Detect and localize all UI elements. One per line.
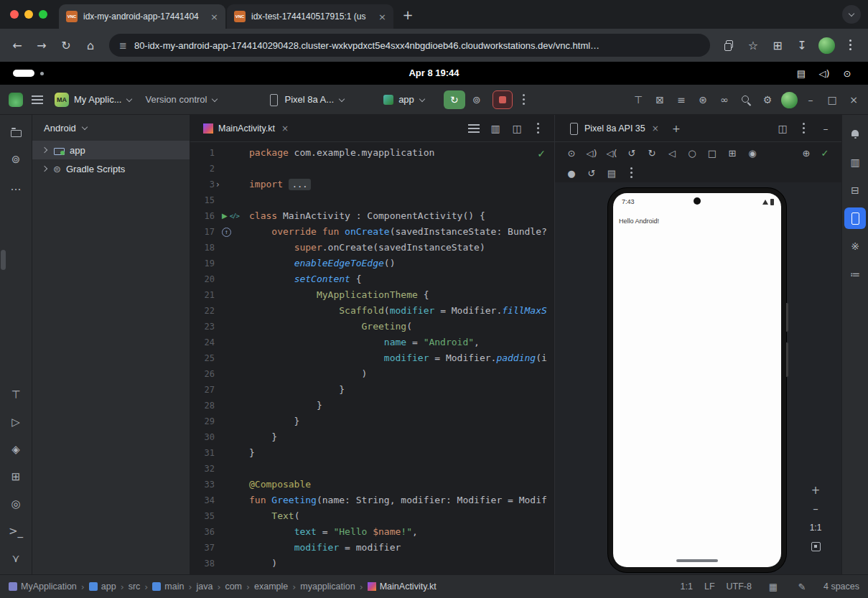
new-device-tab-button[interactable]: + xyxy=(666,118,686,139)
version-control-selector[interactable]: Version control xyxy=(139,89,223,111)
window-close-icon[interactable]: × xyxy=(844,90,864,110)
browser-menu-icon[interactable] xyxy=(839,34,862,57)
editor-more-icon[interactable] xyxy=(528,118,549,139)
code-line[interactable]: 1package com.example.myapplication xyxy=(190,145,554,161)
terminal-icon[interactable]: >_ xyxy=(4,520,27,543)
breadcrumb-item[interactable]: MyApplication xyxy=(9,581,77,592)
screen-reader-icon[interactable]: ▦ xyxy=(763,576,783,597)
chevron-right-icon[interactable] xyxy=(42,166,48,172)
run-button[interactable]: ↻ xyxy=(444,90,465,109)
home-icon[interactable]: ⌂ xyxy=(79,34,102,57)
split-editor-icon[interactable]: ▥ xyxy=(485,118,505,139)
bookmark-star-icon[interactable]: ☆ xyxy=(742,34,765,57)
deep-links-icon[interactable]: ∞ xyxy=(714,90,734,110)
zoom-traffic-light[interactable] xyxy=(39,10,47,19)
url-bar[interactable]: ≣ 80-idx-my-android-app-1744140290428.cl… xyxy=(109,34,710,57)
code-line[interactable]: 35 Text( xyxy=(190,508,554,524)
code-line[interactable]: 33@Composable xyxy=(190,477,554,492)
breadcrumb-item[interactable]: main xyxy=(152,581,184,592)
code-line[interactable]: 21 MyApplicationTheme { xyxy=(190,287,554,303)
code-line[interactable]: 24 name = "Android", xyxy=(190,335,554,350)
code-line[interactable]: 26 ) xyxy=(190,366,554,382)
tab-close-button[interactable]: × xyxy=(378,11,386,22)
back-icon[interactable]: ← xyxy=(6,34,29,57)
toolbar-more-icon[interactable] xyxy=(514,90,534,110)
project-selector[interactable]: MA My Applic... xyxy=(49,89,138,111)
structure-icon[interactable]: ≔ xyxy=(844,263,866,285)
code-area[interactable]: ✓ 1package com.example.myapplication23›i… xyxy=(190,142,554,574)
code-line[interactable]: 18 super.onCreate(savedInstanceState) xyxy=(190,240,554,256)
downloads-icon[interactable]: ↧ xyxy=(790,34,813,57)
breadcrumb-item[interactable]: app xyxy=(89,581,116,592)
snapshot-restore-icon[interactable]: ↺ xyxy=(582,164,601,182)
volume-icon[interactable]: ◁) xyxy=(815,64,834,83)
breadcrumb-item[interactable]: example xyxy=(254,581,288,592)
zoom-out-button[interactable]: – xyxy=(807,501,824,517)
device-manager-icon[interactable]: ▥ xyxy=(844,151,866,173)
device-streaming-icon[interactable]: ⊠ xyxy=(650,90,670,110)
problems-icon[interactable]: ◎ xyxy=(4,492,27,515)
overview-nav-icon[interactable]: □ xyxy=(703,144,722,162)
chevron-right-icon[interactable] xyxy=(42,147,48,153)
panel-drag-handle[interactable] xyxy=(1,250,6,270)
code-line[interactable]: 32 xyxy=(190,461,554,477)
code-line[interactable]: 28 } xyxy=(190,398,554,414)
zoom-in-button[interactable]: + xyxy=(807,482,824,498)
inspections-status-icon[interactable]: ✓ xyxy=(537,148,546,159)
power-button-icon[interactable]: ⊙ xyxy=(562,144,581,162)
code-line[interactable]: 16▶</>class MainActivity : ComponentActi… xyxy=(190,208,554,224)
compose-preview-icon[interactable]: </> xyxy=(230,208,239,224)
panel-hide-icon[interactable]: – xyxy=(816,118,836,139)
commit-icon[interactable]: ⊚ xyxy=(4,148,27,171)
detach-editor-icon[interactable]: ◫ xyxy=(507,118,527,139)
fit-screen-button[interactable] xyxy=(807,538,824,554)
device-tab-close-button[interactable]: × xyxy=(652,123,659,134)
profile-avatar-icon[interactable] xyxy=(815,34,838,57)
browser-tab[interactable]: VNCidx-test-1744140517915:1 (us× xyxy=(227,4,393,29)
emulator-more-icon[interactable] xyxy=(622,164,641,182)
new-tab-button[interactable]: + xyxy=(398,4,418,24)
window-minimize-icon[interactable]: – xyxy=(801,90,821,110)
volume-down-icon[interactable]: ◁( xyxy=(602,144,621,162)
breadcrumb-item[interactable]: myapplication xyxy=(300,581,355,592)
code-line[interactable]: 17↑ override fun onCreate(savedInstanceS… xyxy=(190,224,554,240)
rotate-right-icon[interactable]: ↻ xyxy=(643,144,661,162)
indent-setting[interactable]: 4 spaces xyxy=(823,581,859,592)
code-line[interactable]: 19 enableEdgeToEdge() xyxy=(190,256,554,271)
inline-hints-icon[interactable] xyxy=(464,118,484,139)
project-view-selector[interactable]: Android xyxy=(32,115,190,141)
app-inspection-icon[interactable]: ⊛ xyxy=(693,90,713,110)
emulator-settings-icon[interactable]: ⊟ xyxy=(844,179,866,201)
search-icon[interactable] xyxy=(736,90,756,110)
extensions-icon[interactable]: ⊞ xyxy=(766,34,789,57)
screenshot-camera-icon[interactable]: ◉ xyxy=(743,144,762,162)
code-line[interactable]: 37 modifier = modifier xyxy=(190,540,554,556)
plugins-icon[interactable]: ⊞ xyxy=(4,465,27,488)
stop-button[interactable] xyxy=(493,90,513,109)
window-maximize-icon[interactable]: □ xyxy=(822,90,842,110)
back-nav-icon[interactable]: ◁ xyxy=(663,144,681,162)
main-menu-icon[interactable] xyxy=(27,90,47,110)
code-line[interactable]: 38 ) xyxy=(190,556,554,571)
breadcrumb-item[interactable]: java xyxy=(196,581,213,592)
code-line[interactable]: 23 Greeting( xyxy=(190,319,554,335)
version-control-tool-icon[interactable]: ⋎ xyxy=(4,547,27,570)
snapshot-icon[interactable]: ⊞ xyxy=(723,144,742,162)
screen-record-icon[interactable]: ● xyxy=(562,164,581,182)
rotate-left-icon[interactable]: ↺ xyxy=(622,144,641,162)
overriding-method-icon[interactable]: ↑ xyxy=(222,228,231,237)
code-line[interactable]: 22 Scaffold(modifier = Modifier.fillMaxS xyxy=(190,303,554,319)
code-line[interactable]: 31} xyxy=(190,445,554,461)
gemini-icon[interactable]: ※ xyxy=(844,235,866,257)
line-ending[interactable]: LF xyxy=(704,581,715,592)
reload-icon[interactable]: ↻ xyxy=(55,34,78,57)
logcat-icon[interactable]: ≡ xyxy=(671,90,691,110)
browser-tab[interactable]: VNCidx-my-android-app-17441404× xyxy=(59,4,225,29)
tab-close-button[interactable]: × xyxy=(210,11,218,22)
site-info-icon[interactable]: ≣ xyxy=(119,40,127,51)
screenshot-multi-icon[interactable]: ▤ xyxy=(602,164,621,182)
code-line[interactable]: 30 } xyxy=(190,429,554,445)
code-line[interactable]: 36 text = "Hello $name!", xyxy=(190,524,554,540)
resource-manager-icon[interactable]: ⊤ xyxy=(4,383,27,406)
panel-layout-icon[interactable]: ◫ xyxy=(773,118,793,139)
